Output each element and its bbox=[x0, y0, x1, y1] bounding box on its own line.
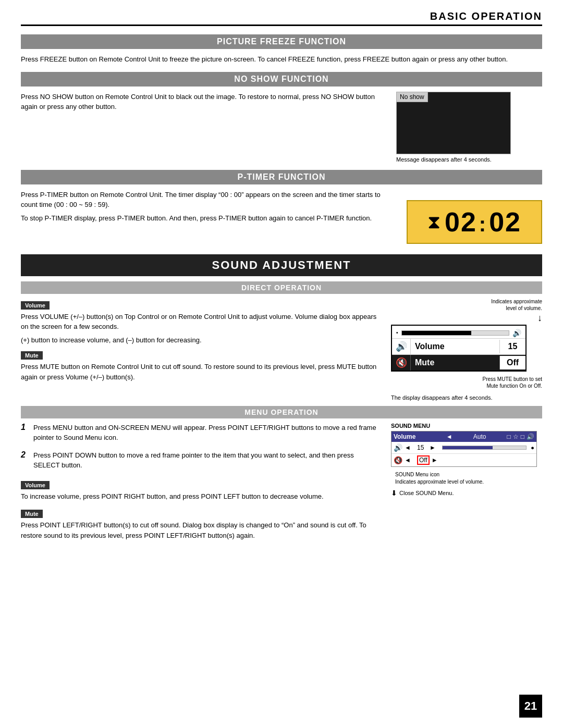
hourglass-icon: ⧗ bbox=[427, 211, 440, 233]
mute-icon-cell: 🔇 bbox=[392, 355, 411, 371]
menu-step-2: 2 Press POINT DOWN button to move a red … bbox=[21, 450, 381, 474]
no-show-title: NO SHOW FUNCTION bbox=[21, 72, 542, 87]
sm-vol-icon: 🔊 bbox=[394, 443, 402, 452]
sm-vol-bar-fill bbox=[443, 446, 493, 449]
no-show-right: No show Message disappears after 4 secon… bbox=[396, 92, 542, 163]
mute-row: 🔇 Mute Off bbox=[392, 354, 525, 371]
menu-mute-body: Press POINT LEFT/RIGHT button(s) to cut … bbox=[21, 520, 381, 540]
ptimer-body1: Press P-TIMER button on Remote Control U… bbox=[21, 190, 396, 210]
volume-label-display: Volume bbox=[411, 340, 499, 353]
page-number: 21 bbox=[519, 695, 542, 718]
close-sound-menu-text: Close SOUND Menu. bbox=[399, 490, 454, 496]
sound-adjustment-title: SOUND ADJUSTMENT bbox=[21, 254, 542, 276]
sound-menu-mute-row: 🔇 ◄ Off ► bbox=[391, 454, 536, 466]
direct-operation-content: Volume Press VOLUME (+/–) button(s) on T… bbox=[21, 298, 542, 401]
sm-icon-1: □ bbox=[507, 433, 511, 440]
ptimer-body2: To stop P-TIMER display, press P-TIMER b… bbox=[21, 213, 396, 224]
sound-menu-label: SOUND MENU bbox=[391, 423, 542, 429]
ptimer-content: Press P-TIMER button on Remote Control U… bbox=[21, 190, 542, 244]
press-mute-text: Press MUTE button to setMute function On… bbox=[483, 376, 543, 389]
volume-speaker-icon: 🔊 bbox=[396, 341, 407, 352]
ptimer-section: P-TIMER FUNCTION Press P-TIMER button on… bbox=[21, 170, 542, 244]
direct-op-left: Volume Press VOLUME (+/–) button(s) on T… bbox=[21, 298, 381, 401]
no-show-left: Press NO SHOW button on Remote Control U… bbox=[21, 92, 386, 163]
step-number-2: 2 bbox=[21, 450, 29, 474]
sound-menu-volume-header: Volume bbox=[394, 433, 444, 440]
no-show-section: NO SHOW FUNCTION Press NO SHOW button on… bbox=[21, 72, 542, 163]
sm-off-right: ► bbox=[432, 456, 442, 464]
arrow-down-icon: ↓ bbox=[391, 313, 542, 324]
sm-vol-num-left: ◄ bbox=[405, 444, 415, 451]
mute-body: Press MUTE button on Remote Control Unit… bbox=[21, 362, 381, 382]
volume-label-badge: Volume bbox=[21, 301, 50, 310]
sm-off-value: Off bbox=[417, 455, 430, 465]
volume-body: Press VOLUME (+/–) button(s) on Top Cont… bbox=[21, 312, 381, 332]
sm-icon-3: □ bbox=[521, 433, 524, 440]
sm-icon-right: ● bbox=[531, 445, 534, 451]
menu-operation-content: 1 Press MENU button and ON-SCREEN MENU w… bbox=[21, 423, 542, 544]
menu-step-1: 1 Press MENU button and ON-SCREEN MENU w… bbox=[21, 423, 381, 446]
close-sound-menu: ⬇ Close SOUND Menu. bbox=[391, 489, 542, 497]
sound-menu-icons: □ ☆ □ 🔊 bbox=[507, 433, 535, 440]
ptimer-left: Press P-TIMER button on Remote Control U… bbox=[21, 190, 396, 244]
sound-adjustment-section: SOUND ADJUSTMENT DIRECT OPERATION Volume… bbox=[21, 254, 542, 544]
sound-menu-display: Volume ◄ Auto □ ☆ □ 🔊 🔊 ◄ bbox=[391, 431, 537, 467]
menu-volume-body: To increase volume, press POINT RIGHT bu… bbox=[21, 491, 381, 502]
sm-indicates-text: Indicates approximate level of volume. bbox=[395, 479, 484, 485]
sound-menu-annotations: SOUND Menu icon Indicates approximate le… bbox=[391, 469, 542, 486]
page-header: BASIC OPERATION bbox=[21, 10, 542, 26]
ptimer-minutes: 02 bbox=[489, 207, 521, 237]
volume-value-display: 15 bbox=[499, 340, 525, 353]
sm-icon-4: 🔊 bbox=[527, 433, 534, 440]
sm-mute-icon: 🔇 bbox=[394, 456, 402, 464]
sm-icon-label-text: SOUND Menu icon bbox=[395, 472, 439, 477]
page-title: BASIC OPERATION bbox=[430, 10, 542, 22]
mute-icon: 🔇 bbox=[396, 357, 407, 368]
picture-freeze-section: PICTURE FREEZE FUNCTION Press FREEZE but… bbox=[21, 34, 542, 65]
ptimer-colon: : bbox=[477, 213, 489, 236]
ptimer-time: 02:02 bbox=[445, 206, 521, 238]
menu-op-right: SOUND MENU Volume ◄ Auto □ ☆ □ 🔊 bbox=[391, 423, 542, 544]
volume-note: (+) button to increase volume, and (–) b… bbox=[21, 335, 381, 346]
no-show-caption: Message disappears after 4 seconds. bbox=[396, 156, 542, 163]
indicates-line: Indicates approximatelevel of volume. bbox=[391, 298, 542, 312]
ptimer-display: ⧗ 02:02 bbox=[407, 200, 542, 244]
sm-icon-2: ☆ bbox=[513, 433, 519, 440]
dot-icon: • bbox=[396, 330, 398, 336]
sound-menu-header-row: Volume ◄ Auto □ ☆ □ 🔊 bbox=[391, 431, 536, 442]
sm-vol-num-right: ► bbox=[430, 444, 440, 451]
direct-op-right: Indicates approximatelevel of volume. ↓ … bbox=[391, 298, 542, 401]
sound-menu-icon-label: SOUND Menu icon Indicates approximate le… bbox=[395, 471, 484, 486]
volume-row: 🔊 Volume 15 bbox=[392, 338, 525, 354]
close-icon: ⬇ bbox=[391, 489, 397, 497]
sm-off-left: ◄ bbox=[405, 456, 415, 464]
sm-vol-num: 15 bbox=[417, 444, 427, 451]
picture-freeze-body: Press FREEZE button on Remote Control Un… bbox=[21, 54, 542, 65]
menu-step1-text: Press MENU button and ON-SCREEN MENU wil… bbox=[33, 423, 381, 443]
display-disappears: The display disappears after 4 seconds. bbox=[391, 394, 492, 401]
sm-vol-bar bbox=[442, 446, 527, 450]
menu-step2-text: Press POINT DOWN button to move a red fr… bbox=[33, 450, 381, 471]
volume-icon-cell: 🔊 bbox=[392, 339, 411, 354]
no-show-body: Press NO SHOW button on Remote Control U… bbox=[21, 92, 386, 112]
picture-freeze-title: PICTURE FREEZE FUNCTION bbox=[21, 34, 542, 49]
menu-volume-label-badge: Volume bbox=[21, 481, 50, 489]
no-show-content: Press NO SHOW button on Remote Control U… bbox=[21, 92, 542, 163]
volume-bar-row: • 🔊 bbox=[392, 326, 525, 338]
mute-label-badge: Mute bbox=[21, 351, 43, 360]
left-arrow-icon: ◄ bbox=[446, 433, 452, 440]
sound-menu-vol-row: 🔊 ◄ 15 ► ● bbox=[391, 442, 536, 454]
menu-mute-label-badge: Mute bbox=[21, 510, 43, 518]
indicates-text: Indicates approximatelevel of volume. bbox=[491, 298, 542, 312]
volume-display: • 🔊 🔊 Volume 15 bbox=[391, 325, 527, 372]
ptimer-title: P-TIMER FUNCTION bbox=[21, 170, 542, 184]
no-show-display-label: No show bbox=[397, 92, 428, 102]
ptimer-right: ⧗ 02:02 bbox=[407, 190, 542, 244]
menu-operation-title: MENU OPERATION bbox=[21, 406, 542, 418]
speaker-waves-icon: 🔊 bbox=[512, 329, 521, 337]
volume-bar-track bbox=[401, 330, 509, 336]
volume-bar-fill bbox=[402, 331, 472, 335]
direct-operation-title: DIRECT OPERATION bbox=[21, 281, 542, 294]
mute-label-display: Mute bbox=[411, 356, 499, 369]
ptimer-hours: 02 bbox=[445, 207, 477, 237]
